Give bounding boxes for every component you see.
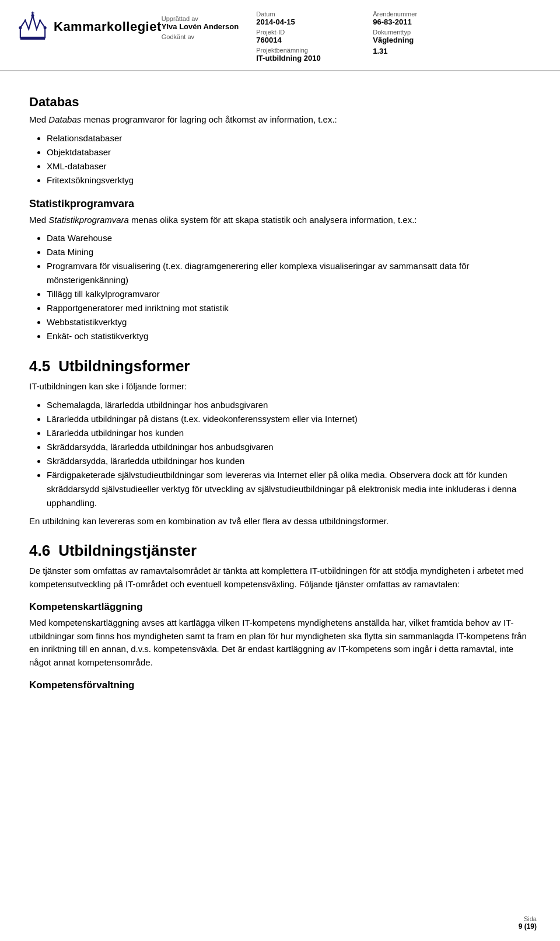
list-item: Tillägg till kalkylprogramvaror [47, 287, 531, 301]
section45-outro: En utbildning kan levereras som en kombi… [29, 515, 531, 528]
list-item: Schemalagda, lärarledda utbildningar hos… [47, 398, 531, 412]
version-value: 1.31 [373, 47, 472, 55]
list-item: Lärarledda utbildningar på distans (t.ex… [47, 412, 531, 426]
section46-heading: Utbildningstjänster [58, 542, 197, 560]
svg-point-6 [39, 19, 41, 21]
crown-logo-icon [18, 11, 48, 43]
svg-rect-1 [20, 37, 45, 40]
upprattad-label: Upprättad av [162, 15, 239, 22]
list-item: Data Warehouse [47, 231, 531, 245]
databas-intro-rest: menas programvaror för lagring och åtkom… [81, 114, 337, 124]
header-meta-row2: Projekt-ID 760014 Dokumenttyp Vägledning [256, 29, 537, 44]
section45-intro: IT-utbildningen kan ske i följande forme… [29, 380, 531, 393]
org-name: Kammarkollegiet [54, 19, 162, 34]
list-item: Lärarledda utbildningar hos kunden [47, 426, 531, 440]
list-item: Webbstatistikverktyg [47, 315, 531, 329]
logo-row: Kammarkollegiet [18, 11, 162, 43]
projektid-label: Projekt-ID [256, 29, 355, 36]
svg-point-3 [19, 26, 22, 29]
kompetenskart-heading: Kompetenskartläggning [29, 601, 531, 613]
svg-marker-0 [20, 15, 45, 37]
statistik-heading: Statistikprogramvara [29, 198, 531, 210]
databas-list: Relationsdatabaser Objektdatabaser XML-d… [47, 131, 531, 187]
statistik-intro-para: Med Statistikprogramvara menas olika sys… [29, 214, 531, 227]
upprattad-value: Ylva Lovén Anderson [162, 22, 239, 31]
datum-label: Datum [256, 11, 355, 18]
header-meta-row1: Datum 2014-04-15 Ärendenummer 96-83-2011 [256, 11, 537, 26]
section45-heading-row: 4.5 Utbildningsformer [29, 357, 531, 375]
header-meta-row3: Projektbenämning IT-utbildning 2010 1.31 [256, 47, 537, 62]
list-item: Data Mining [47, 245, 531, 259]
list-item: Objektdatabaser [47, 145, 531, 159]
statistik-list: Data Warehouse Data Mining Programvara f… [47, 231, 531, 343]
header-people: Upprättad av Ylva Lovén Anderson Godkänt… [162, 15, 239, 40]
kompetensforv-heading: Kompetensförvaltning [29, 679, 531, 691]
list-item: Fritextsökningsverktyg [47, 173, 531, 187]
kompetenskart-text: Med kompetenskartläggning avses att kart… [29, 616, 531, 669]
svg-point-4 [44, 26, 47, 29]
databas-heading: Databas [29, 95, 531, 110]
list-item: Färdigpaketerade självstudieutbildningar… [47, 468, 531, 510]
version-col: 1.31 [373, 47, 472, 62]
godkant-label: Godkänt av [162, 33, 239, 40]
list-item: Enkät- och statistikverktyg [47, 329, 531, 343]
section46-number: 4.6 [29, 542, 50, 560]
dokumenttyp-value: Vägledning [373, 36, 472, 44]
org-name-block: Kammarkollegiet [54, 19, 162, 34]
footer-sida-value: 9 (19) [519, 922, 537, 930]
header-left: Kammarkollegiet Upprättad av Ylva Lovén … [18, 11, 239, 43]
projektid-value: 760014 [256, 36, 355, 44]
statistik-italic: Statistikprogramvara [48, 215, 129, 225]
statistik-intro-rest: menas olika system för att skapa statist… [129, 215, 417, 225]
header-meta: Datum 2014-04-15 Ärendenummer 96-83-2011… [256, 11, 537, 65]
list-item: XML-databaser [47, 159, 531, 173]
dokumenttyp-label: Dokumenttyp [373, 29, 472, 36]
databas-intro-para: Med Databas menas programvaror för lagri… [29, 113, 531, 127]
arendenummer-label: Ärendenummer [373, 11, 472, 18]
svg-point-5 [24, 19, 26, 21]
list-item: Rapportgeneratorer med inriktning mot st… [47, 301, 531, 315]
datum-value: 2014-04-15 [256, 18, 355, 26]
footer: Sida 9 (19) [519, 915, 537, 930]
section46-intro: De tjänster som omfattas av ramavtalsomr… [29, 564, 531, 591]
list-item: Programvara för visualisering (t.ex. dia… [47, 259, 531, 287]
main-content: Databas Med Databas menas programvaror f… [0, 71, 560, 718]
projektbenamning-col: Projektbenämning IT-utbildning 2010 [256, 47, 355, 62]
list-item: Skräddarsydda, lärarledda utbildningar h… [47, 440, 531, 454]
datum-col: Datum 2014-04-15 [256, 11, 355, 26]
projektbenamning-label: Projektbenämning [256, 47, 355, 54]
section45-list: Schemalagda, lärarledda utbildningar hos… [47, 398, 531, 510]
section45-number: 4.5 [29, 357, 50, 375]
dokumenttyp-col: Dokumenttyp Vägledning [373, 29, 472, 44]
projektid-col: Projekt-ID 760014 [256, 29, 355, 44]
page: Kammarkollegiet Upprättad av Ylva Lovén … [0, 0, 560, 941]
list-item: Skräddarsydda, lärarledda utbildningar h… [47, 454, 531, 468]
section46-heading-row: 4.6 Utbildningstjänster [29, 542, 531, 560]
arendenummer-col: Ärendenummer 96-83-2011 [373, 11, 472, 26]
footer-sida-label: Sida [519, 915, 537, 922]
projektbenamning-value: IT-utbildning 2010 [256, 54, 355, 62]
databas-italic: Databas [48, 114, 81, 124]
list-item: Relationsdatabaser [47, 131, 531, 145]
arendenummer-value: 96-83-2011 [373, 18, 472, 26]
header: Kammarkollegiet Upprättad av Ylva Lovén … [0, 0, 560, 71]
section45-heading: Utbildningsformer [58, 357, 190, 375]
